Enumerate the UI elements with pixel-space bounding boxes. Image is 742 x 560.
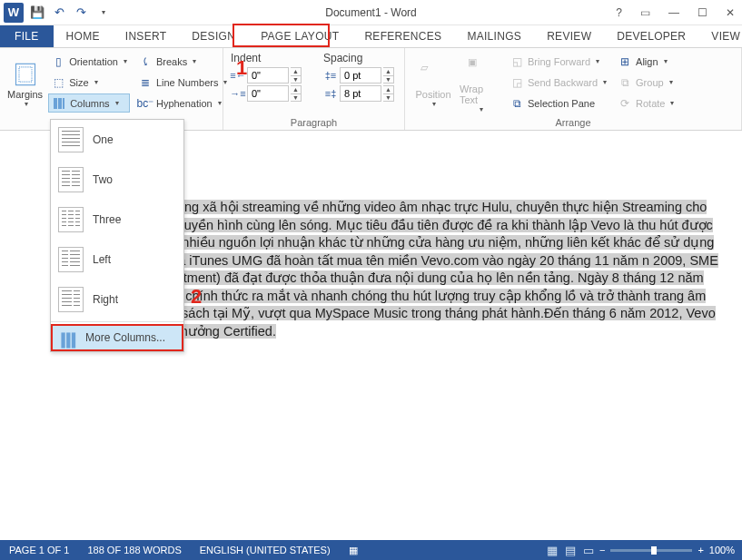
group-icon: ⧉ [618, 75, 632, 90]
columns-dropdown: One Two Three Left Right More Columns... [50, 119, 184, 352]
indent-right-input[interactable] [247, 85, 289, 102]
word-count-status[interactable]: 188 OF 188 WORDS [78, 545, 190, 555]
columns-left[interactable]: Left [51, 240, 183, 280]
margins-label: Margins [7, 89, 43, 100]
indent-right-up[interactable]: ▲ [291, 86, 301, 94]
tab-design[interactable]: DESIGN [179, 25, 248, 47]
spacing-before-down[interactable]: ▼ [383, 76, 393, 84]
indent-right-icon: →≡ [231, 86, 245, 101]
rotate-button: ⟳Rotate▾ [615, 93, 677, 113]
indent-left-down[interactable]: ▼ [291, 76, 301, 84]
hyphenation-icon: bc⁻ [138, 96, 153, 111]
ribbon-tabs: FILE HOME INSERT DESIGN PAGE LAYOUT REFE… [0, 25, 742, 47]
tab-developer[interactable]: DEVELOPER [604, 25, 698, 47]
tab-view[interactable]: VIEW [698, 25, 742, 47]
window-title: Document1 - Word [325, 6, 416, 19]
tab-page-layout[interactable]: PAGE LAYOUT [248, 25, 351, 47]
help-button[interactable]: ? [612, 5, 626, 21]
align-icon: ⊞ [618, 54, 632, 69]
send-backward-button: ◲Send Backward▾ [507, 73, 609, 92]
indent-label: Indent [231, 52, 302, 64]
columns-one-icon [58, 127, 84, 152]
orientation-icon: ▯ [51, 54, 65, 69]
rotate-icon: ⟳ [618, 96, 632, 111]
paragraph-group: Indent ≡← ▲▼ →≡ ▲▼ Spacing ‡≡ [223, 48, 405, 130]
orientation-button[interactable]: ▯Orientation▾ [48, 52, 130, 71]
read-mode-button[interactable]: ▦ [547, 544, 558, 557]
wrap-text-icon: ▣ [468, 56, 493, 82]
group-objects-button: ⧉Group▾ [615, 73, 677, 92]
save-button[interactable]: 💾 [29, 5, 45, 21]
arrange-group: ▱ Position▾ ▣ Wrap Text▾ ◱Bring Forward▾… [405, 48, 742, 130]
columns-three[interactable]: Three [51, 200, 183, 240]
print-layout-button[interactable]: ▤ [565, 544, 576, 557]
selection-pane-button[interactable]: ⧉Selection Pane [507, 93, 609, 113]
columns-right[interactable]: Right [51, 280, 183, 319]
columns-right-icon [58, 287, 84, 312]
more-columns-button[interactable]: More Columns... [53, 326, 182, 349]
indent-right-down[interactable]: ▼ [291, 94, 301, 102]
redo-button[interactable]: ↷ [73, 5, 89, 21]
tab-review[interactable]: REVIEW [534, 25, 604, 47]
tab-insert[interactable]: INSERT [113, 25, 180, 47]
title-bar: W 💾 ↶ ↷ ▾ Document1 - Word ? ▭ — ☐ ✕ [0, 0, 742, 25]
send-backward-icon: ◲ [510, 75, 524, 90]
svg-rect-5 [61, 332, 64, 348]
selection-pane-icon: ⧉ [510, 96, 524, 111]
align-button[interactable]: ⊞Align▾ [615, 52, 677, 71]
status-bar: PAGE 1 OF 1 188 OF 188 WORDS ENGLISH (UN… [0, 540, 742, 560]
indent-left-up[interactable]: ▲ [291, 68, 301, 76]
svg-rect-7 [72, 332, 75, 348]
spacing-after-up[interactable]: ▲ [383, 86, 393, 94]
tab-home[interactable]: HOME [54, 25, 113, 47]
columns-two[interactable]: Two [51, 160, 183, 200]
spacing-label: Spacing [323, 52, 394, 64]
spacing-after-input[interactable] [340, 85, 381, 102]
columns-one[interactable]: One [51, 120, 183, 160]
svg-rect-2 [54, 98, 57, 109]
indent-left-icon: ≡← [231, 68, 245, 83]
columns-icon [52, 96, 66, 111]
columns-three-icon [58, 207, 84, 232]
svg-rect-6 [66, 332, 70, 348]
maximize-button[interactable]: ☐ [694, 5, 711, 21]
breaks-icon: ⤹ [138, 54, 153, 69]
indent-left-input[interactable] [247, 67, 289, 84]
breaks-button[interactable]: ⤹Breaks▾ [135, 52, 230, 71]
page-setup-group: Margins ▾ ▯Orientation▾ ⬚Size▾ Columns▾ … [0, 48, 223, 130]
zoom-out-button[interactable]: − [599, 545, 605, 555]
zoom-level[interactable]: 100% [709, 545, 735, 555]
spacing-before-input[interactable] [340, 67, 381, 84]
position-icon: ▱ [420, 62, 446, 87]
close-button[interactable]: ✕ [722, 5, 738, 21]
wrap-text-button: ▣ Wrap Text▾ [460, 52, 501, 117]
spacing-before-up[interactable]: ▲ [383, 68, 393, 76]
tab-mailings[interactable]: MAILINGS [454, 25, 534, 47]
position-button: ▱ Position▾ [412, 52, 454, 117]
qat-customize[interactable]: ▾ [94, 5, 111, 21]
arrange-label: Arrange [412, 117, 734, 130]
margins-icon [13, 62, 38, 87]
margins-button[interactable]: Margins ▾ [7, 52, 43, 117]
minimize-button[interactable]: — [665, 5, 683, 21]
line-numbers-icon: ≣ [138, 75, 153, 90]
undo-button[interactable]: ↶ [51, 5, 67, 21]
tab-file[interactable]: FILE [0, 25, 54, 47]
ribbon-display-options[interactable]: ▭ [637, 5, 654, 21]
page-number-status[interactable]: PAGE 1 OF 1 [0, 545, 78, 555]
size-icon: ⬚ [51, 75, 65, 90]
more-columns-icon [60, 331, 78, 344]
zoom-slider[interactable] [610, 549, 692, 552]
web-layout-button[interactable]: ▭ [583, 544, 594, 557]
macro-status[interactable]: ▦ [340, 545, 367, 556]
paragraph-label: Paragraph [231, 117, 397, 130]
spacing-after-down[interactable]: ▼ [383, 94, 393, 102]
line-numbers-button[interactable]: ≣Line Numbers▾ [135, 73, 230, 92]
ribbon: Margins ▾ ▯Orientation▾ ⬚Size▾ Columns▾ … [0, 48, 742, 130]
language-status[interactable]: ENGLISH (UNITED STATES) [191, 545, 340, 555]
columns-button[interactable]: Columns▾ [48, 93, 130, 113]
tab-references[interactable]: REFERENCES [351, 25, 454, 47]
zoom-in-button[interactable]: + [697, 545, 703, 555]
hyphenation-button[interactable]: bc⁻Hyphenation▾ [135, 93, 230, 113]
size-button[interactable]: ⬚Size▾ [48, 73, 130, 92]
